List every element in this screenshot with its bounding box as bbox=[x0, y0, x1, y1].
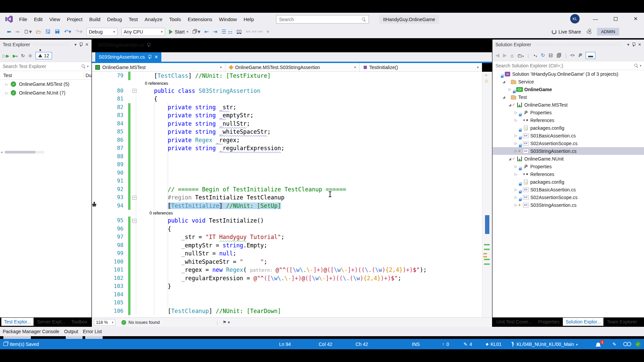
branch-indicator[interactable]: KL/04B_NUnit_KL/00_Main▴ bbox=[511, 339, 578, 349]
cancel-run-icon[interactable]: ⊗ bbox=[28, 53, 32, 58]
tab-solution-explor-[interactable]: Solution Explor... bbox=[563, 318, 603, 326]
menu-item-tools[interactable]: Tools bbox=[166, 15, 184, 23]
properties-wrench-icon[interactable] bbox=[578, 53, 582, 57]
code-line[interactable]: 89 bbox=[92, 161, 482, 169]
panel-drag-grip[interactable] bbox=[534, 43, 622, 46]
tab-team-explorer[interactable]: Team Explorer bbox=[604, 318, 640, 326]
code-line[interactable]: 86 private Regex _regex; bbox=[92, 136, 482, 144]
code-line[interactable]: 83 private string _emptyStr; bbox=[92, 111, 482, 120]
menu-item-file[interactable]: File bbox=[16, 15, 30, 23]
unpushed-commits[interactable]: ↑ 0 bbox=[442, 339, 449, 349]
line-indicator[interactable]: Ln 94 bbox=[279, 339, 291, 349]
editor-zoom-dropdown[interactable]: 118 %▾ bbox=[94, 319, 115, 326]
code-line[interactable]: 104 bbox=[92, 291, 482, 299]
tree-item[interactable]: ▷+C#S03StringAssertion.cs bbox=[493, 201, 644, 209]
code-line[interactable]: 84 private string _nullStr; bbox=[92, 120, 482, 128]
tree-item[interactable]: ▷Properties bbox=[493, 109, 644, 116]
codelens-row[interactable]: 0 references bbox=[92, 80, 482, 87]
navigate-indent-icon[interactable]: ⇥ bbox=[213, 28, 217, 35]
profiler-icon[interactable]: 🗇▾ bbox=[192, 28, 200, 35]
code-line[interactable]: 101 _regex = new Regex( pattern: @"^([\w… bbox=[92, 266, 482, 274]
tree-item[interactable]: ▷+C#S03StringAssertion.cs bbox=[493, 147, 644, 155]
notifications-button[interactable]: 1 bbox=[596, 339, 604, 349]
expand-arrow-icon[interactable]: ▷ bbox=[514, 118, 518, 122]
scrollbar-thumb[interactable] bbox=[5, 151, 36, 154]
refresh-icon[interactable]: ↻ bbox=[541, 52, 545, 58]
minimize-button[interactable]: — bbox=[588, 13, 603, 25]
redo-icon[interactable]: ↷▾ bbox=[75, 28, 82, 35]
repository-indicator[interactable]: ◆ KL01 bbox=[486, 339, 501, 349]
pin-icon[interactable] bbox=[79, 43, 83, 47]
window-position-icon[interactable]: ▾ bbox=[74, 42, 76, 47]
back-icon[interactable]: ◀ bbox=[495, 52, 499, 58]
code-line[interactable]: 82 private string _str; bbox=[92, 103, 482, 112]
navigate-back-icon[interactable]: ⬅ bbox=[7, 28, 11, 35]
code-line[interactable]: 90 bbox=[92, 169, 482, 177]
expand-arrow-icon[interactable]: ▷ bbox=[5, 82, 8, 86]
collapse-all-icon[interactable]: ⊟ bbox=[549, 52, 553, 58]
test-count-badge[interactable]: 12 bbox=[36, 52, 52, 59]
insert-mode-indicator[interactable]: INS bbox=[412, 339, 420, 349]
run-test-icon[interactable]: ▶▾ bbox=[13, 53, 18, 58]
account-avatar[interactable]: KL bbox=[570, 14, 580, 23]
pending-edits[interactable]: ✎ 4 bbox=[464, 339, 472, 349]
code-line[interactable]: 99 _nullStr = null; bbox=[92, 249, 482, 258]
tree-item[interactable]: packages.config bbox=[493, 124, 644, 132]
collapse-region-icon[interactable]: − bbox=[132, 196, 137, 200]
forward-icon[interactable]: ▶ bbox=[503, 52, 507, 58]
test-explorer-search[interactable]: Search Test Explorer ▾ bbox=[0, 62, 91, 71]
navigate-forward-icon[interactable]: ➡ bbox=[15, 28, 19, 35]
tree-item[interactable]: ▷C#S01BasicAssertion.cs bbox=[493, 186, 644, 193]
test-group-row[interactable]: ▷✓OnlineGame.MSTest (5) bbox=[0, 80, 91, 88]
tab-properties[interactable]: Properties bbox=[535, 318, 562, 326]
project-dropdown[interactable]: OnlineGame.MSTest▾ bbox=[92, 63, 225, 71]
test-explorer-title-bar[interactable]: Test Explorer ▾ ✕ bbox=[0, 40, 91, 50]
maximize-button[interactable] bbox=[608, 13, 623, 25]
menu-item-debug[interactable]: Debug bbox=[104, 15, 125, 23]
tree-item[interactable]: ∞Solution 'ItHandyGuy.OnlineGame' (3 of … bbox=[493, 70, 644, 78]
expand-arrow-icon[interactable]: ▷ bbox=[514, 172, 518, 176]
member-dropdown[interactable]: TestInitialize()▾ bbox=[360, 63, 482, 71]
code-line[interactable]: 103 } bbox=[92, 282, 482, 291]
sync-status-icon[interactable] bbox=[623, 339, 631, 349]
feedback-button[interactable]: ✎ bbox=[612, 339, 616, 349]
window-position-icon[interactable]: ▾ bbox=[627, 42, 629, 47]
run-all-tests-icon[interactable]: ▷▶ bbox=[3, 53, 9, 58]
view-code-icon[interactable]: <> bbox=[570, 53, 574, 58]
code-line[interactable]: 92 // ====== Begin of TestInitialize Tes… bbox=[92, 185, 482, 194]
tree-item[interactable]: ▷C#S01BasicAssertion.cs bbox=[493, 132, 644, 139]
expand-arrow-icon[interactable]: ▷ bbox=[514, 188, 518, 191]
live-share-button[interactable]: Live Share bbox=[552, 29, 581, 35]
tree-item[interactable]: ◢Service bbox=[493, 78, 644, 85]
pin-icon[interactable] bbox=[148, 55, 151, 59]
menu-item-build[interactable]: Build bbox=[86, 15, 103, 23]
code-line[interactable]: 93− #region TestInitialize TestCleanup bbox=[92, 193, 482, 202]
active-document-tab[interactable]: S03StringAssertion.cs ✕ bbox=[95, 52, 161, 62]
char-indicator[interactable]: Ch 42 bbox=[356, 339, 368, 349]
tree-item[interactable]: ▷C#S02AssertionScope.cs bbox=[493, 193, 644, 201]
collapse-arrow-icon[interactable]: ◢ bbox=[507, 103, 512, 107]
tree-item[interactable]: ▷C#OnlineGame bbox=[493, 85, 644, 93]
collapse-region-icon[interactable]: − bbox=[132, 89, 137, 93]
tree-item[interactable]: ◢✓OnlineGame.NUnit bbox=[493, 155, 644, 163]
expand-arrow-icon[interactable]: ▷ bbox=[5, 91, 8, 95]
document-well-tab[interactable]: S03StringAssertion.cs bbox=[98, 42, 150, 48]
code-line[interactable]: 100 _whiteSpaceStr = " "; bbox=[92, 258, 482, 266]
expand-arrow-icon[interactable]: ▷ bbox=[514, 165, 518, 168]
tree-item[interactable]: ◢✓OnlineGame.MSTest bbox=[493, 101, 644, 109]
code-line[interactable]: 80− public class S03StringAssertion bbox=[92, 87, 482, 95]
code-line[interactable]: 96 { bbox=[92, 225, 482, 233]
close-button[interactable]: ✕ bbox=[628, 13, 643, 25]
tab-test-explor-[interactable]: Test Explor... bbox=[1, 318, 34, 326]
solution-platform-dropdown[interactable]: Any CPU▾ bbox=[121, 28, 165, 36]
editor-scrollbar[interactable]: ≡ ⚠ bbox=[482, 72, 492, 317]
solution-explorer-search[interactable]: Search Solution Explorer (Ctrl+;) ▾ bbox=[493, 61, 644, 70]
code-line[interactable]: 85 private string _whiteSpaceStr; bbox=[92, 128, 482, 136]
code-line[interactable]: 102 _regularExpression = @"^([\w\.\-]+)@… bbox=[92, 274, 482, 283]
tree-item[interactable]: ▷References bbox=[493, 116, 644, 124]
tab-output[interactable]: Output bbox=[64, 329, 78, 334]
tree-item[interactable]: ▷Properties bbox=[493, 163, 644, 170]
panel-drag-grip[interactable] bbox=[33, 43, 69, 46]
tab-toolbox[interactable]: Toolbox bbox=[68, 318, 90, 326]
close-tab-icon[interactable]: ✕ bbox=[154, 54, 158, 60]
